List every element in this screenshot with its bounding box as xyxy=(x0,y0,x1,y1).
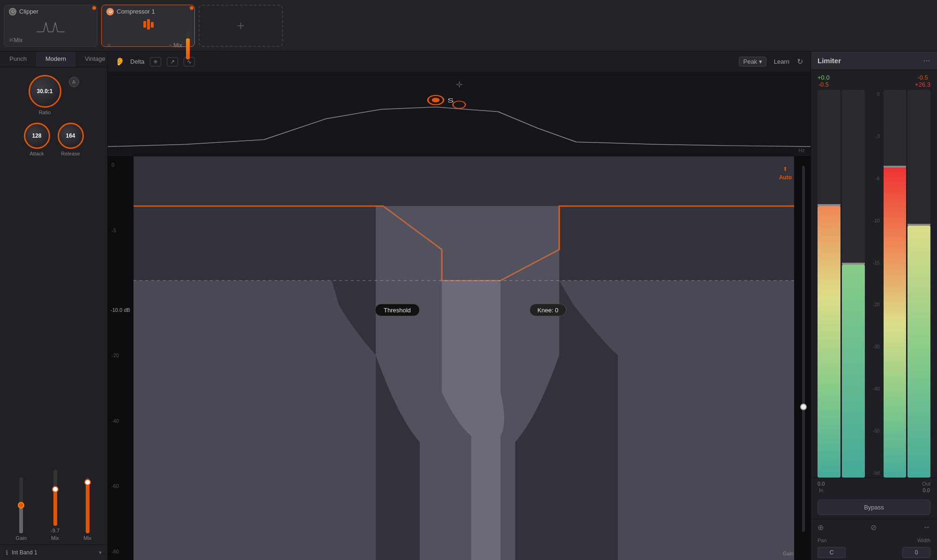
right-val-bot: +26.3 xyxy=(915,81,930,88)
rotate-icon[interactable]: ↻ xyxy=(797,57,803,66)
left-panel: Punch Modern Vintage 30.0:1 Ratio xyxy=(0,52,108,560)
left-meter-thumb-1[interactable] xyxy=(818,204,840,206)
svg-rect-2 xyxy=(151,22,154,28)
left-controls: 30.0:1 Ratio A 128 Attack xyxy=(0,67,107,164)
ratio-row: 30.0:1 Ratio A xyxy=(6,75,102,115)
release-knob[interactable]: 164 xyxy=(58,123,84,149)
vu-fill-compressor xyxy=(186,38,190,59)
width-label: Width xyxy=(917,538,930,543)
attack-knob[interactable]: 128 xyxy=(24,123,50,149)
out-col: Out 0.0 xyxy=(922,481,930,493)
meter-bars-area: 0 -3 -6 -10 -15 -20 -30 -40 -50 -Inf xyxy=(811,90,937,478)
in-value: 0.0 xyxy=(818,481,825,486)
ratio-container: 30.0:1 Ratio xyxy=(29,75,61,115)
left-val-top: +0.0 xyxy=(818,74,830,81)
mix-fader-track[interactable] xyxy=(53,470,57,526)
mix-fader-label: Mix xyxy=(51,535,59,541)
pan-field[interactable]: C xyxy=(818,547,846,558)
plugin-slot-compressor[interactable]: ⏻ Compressor 1 ✕ ≡ Mix xyxy=(101,5,195,47)
pan-width-fields: C 0 xyxy=(811,545,937,560)
hz-label: Hz xyxy=(799,147,805,153)
mix-label-compressor: Mix xyxy=(173,42,182,49)
left-val-bot: -0.5 xyxy=(818,81,829,88)
threshold-badge[interactable]: Threshold xyxy=(375,303,420,316)
right-bar-1 xyxy=(884,90,907,478)
learn-button[interactable]: Learn xyxy=(774,58,789,65)
attack-label: Attack xyxy=(30,151,44,156)
plugin-vis-compressor xyxy=(106,17,190,31)
in-label: In xyxy=(819,487,823,493)
auto-label[interactable]: Auto xyxy=(779,174,792,181)
plugin-footer-compressor: ✕ ≡ Mix xyxy=(106,31,190,59)
width-icon[interactable]: ↔ xyxy=(923,523,930,532)
ratio-value: 30.0:1 xyxy=(37,88,52,95)
release-label: Release xyxy=(61,151,80,156)
mix2-fader-track[interactable] xyxy=(86,477,89,533)
ratio-label: Ratio xyxy=(39,110,51,115)
add-icon: + xyxy=(237,18,245,33)
main-layout: Punch Modern Vintage 30.0:1 Ratio xyxy=(0,52,937,560)
right-bar-2 xyxy=(907,90,930,478)
width-field[interactable]: 0 xyxy=(902,547,930,558)
spectrum-toolbar: 👂 Delta ✳ ↗ ∿ Peak ▾ Learn ↻ xyxy=(108,52,811,72)
mix2-fader-label: Mix xyxy=(83,535,91,541)
bypass-button[interactable]: Bypass xyxy=(818,500,930,515)
close-clipper[interactable]: ✕ xyxy=(9,36,15,44)
auto-area: ⬆ Auto xyxy=(779,166,792,181)
left-bar-1-fill xyxy=(818,206,840,478)
vert-gain-slider[interactable] xyxy=(800,166,807,532)
band-selector[interactable]: ℹ Int Band 1 ▾ xyxy=(0,545,107,560)
left-meter-thumb-2[interactable] xyxy=(842,263,865,265)
gain-fader-thumb[interactable] xyxy=(18,502,24,508)
tab-punch[interactable]: Punch xyxy=(0,52,36,67)
peak-select[interactable]: Peak ▾ xyxy=(739,57,766,66)
knee-badge[interactable]: Knee: 0 xyxy=(529,303,566,316)
pan-width-labels: Pan Width xyxy=(811,536,937,545)
left-bar-2-fill xyxy=(842,265,865,478)
center-area: 👂 Delta ✳ ↗ ∿ Peak ▾ Learn ↻ ✛ xyxy=(108,52,811,560)
attack-container: 128 Attack xyxy=(24,123,50,156)
svg-rect-1 xyxy=(147,19,150,29)
gain-bottom-label: Gain xyxy=(783,551,794,556)
gain-fader-track[interactable] xyxy=(19,477,23,533)
link-icon[interactable]: ⊕ xyxy=(818,523,824,532)
compressor-waveform xyxy=(134,17,162,31)
in-out-row: 0.0 In Out 0.0 xyxy=(811,478,937,496)
right-meter-thumb-2[interactable] xyxy=(907,224,930,226)
mix2-fader-col: Mix xyxy=(83,477,91,541)
comp-graph-area: 0 -5 -20 -40 -60 -80 xyxy=(108,156,811,560)
auto-button[interactable]: A xyxy=(69,77,79,87)
mix-fader-thumb[interactable] xyxy=(52,486,59,493)
mix-fader-col: -9.7 Mix xyxy=(51,470,59,541)
vu-bar-compressor xyxy=(186,31,190,59)
mix2-fader-thumb[interactable] xyxy=(84,479,91,486)
release-value: 164 xyxy=(66,133,75,139)
power-button-clipper[interactable]: ⏻ xyxy=(9,8,16,15)
comp-graph[interactable]: 0 -5 -20 -40 -60 -80 xyxy=(108,156,811,560)
mix-fader-fill xyxy=(53,489,57,526)
pan-width-row: ⊕ ⊘ ↔ xyxy=(811,519,937,536)
ratio-knob[interactable]: 30.0:1 xyxy=(29,75,61,108)
band-chevron-icon[interactable]: ▾ xyxy=(99,549,102,556)
add-plugin-slot[interactable]: + xyxy=(199,5,283,47)
in-col: 0.0 In xyxy=(818,481,825,493)
limiter-menu-icon[interactable]: ⋯ xyxy=(923,56,930,65)
plugin-name-compressor: Compressor 1 xyxy=(117,8,155,15)
tab-modern[interactable]: Modern xyxy=(36,52,75,67)
auto-up-icon: ⬆ xyxy=(783,166,788,172)
close-compressor[interactable]: ✕ xyxy=(106,42,112,49)
right-meter-thumb-1[interactable] xyxy=(884,166,907,168)
phase-icon[interactable]: ⊘ xyxy=(870,523,877,532)
left-bar-2 xyxy=(842,90,865,478)
eq-icon-compressor[interactable]: ≡ xyxy=(169,43,171,48)
attack-value: 128 xyxy=(32,133,41,139)
mix-fader-value: -9.7 xyxy=(51,528,59,533)
out-value: 0.0 xyxy=(922,487,930,493)
crosshair-icon[interactable]: ✛ xyxy=(456,80,463,90)
limiter-title: Limiter xyxy=(818,57,841,65)
plugin-slot-clipper[interactable]: ⏻ Clipper ✕ ≡ Mix xyxy=(4,5,97,47)
power-button-compressor[interactable]: ⏻ xyxy=(106,8,114,15)
gain-fader-label: Gain xyxy=(16,535,27,541)
vert-gain-thumb[interactable] xyxy=(800,404,807,410)
right-panel: Limiter ⋯ +0.0 -0.5 -0.5 +26.3 xyxy=(811,52,937,560)
